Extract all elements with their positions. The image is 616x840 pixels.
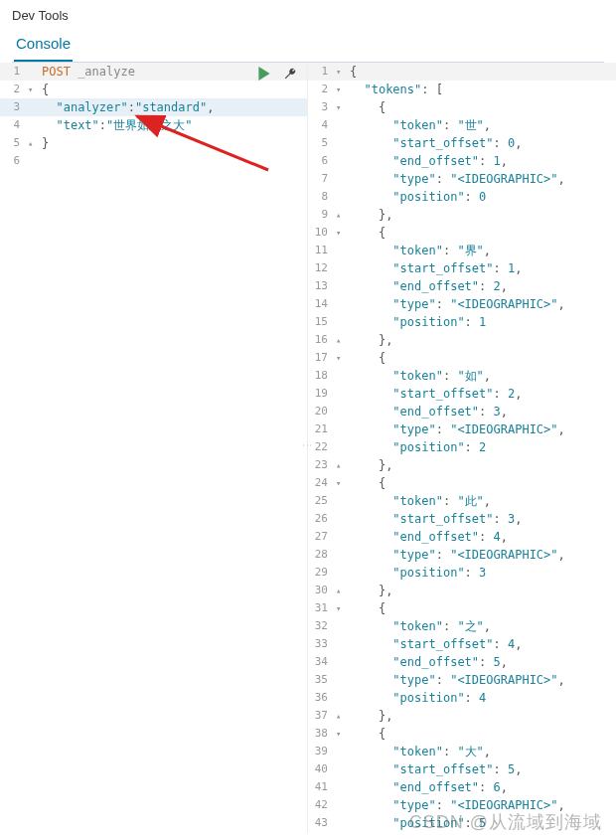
code-line[interactable]: 7 "type": "<IDEOGRAPHIC>", [308, 170, 616, 188]
line-number: 17 [308, 349, 336, 367]
code-line[interactable]: 44▴ } [308, 832, 616, 833]
fold-gutter-icon[interactable]: ▴ [336, 707, 348, 725]
code-line[interactable]: 16▴ }, [308, 331, 616, 349]
code-content: "start_offset": 4, [348, 635, 616, 653]
fold-gutter-icon[interactable]: ▾ [336, 98, 348, 116]
fold-gutter-icon [336, 313, 348, 331]
fold-gutter-icon [336, 134, 348, 152]
code-line[interactable]: 18 "token": "如", [308, 367, 616, 385]
code-line[interactable]: 4 "token": "世", [308, 116, 616, 134]
play-icon[interactable] [255, 65, 273, 83]
fold-gutter-icon[interactable]: ▾ [336, 63, 348, 81]
code-line[interactable]: 34 "end_offset": 5, [308, 653, 616, 671]
code-line[interactable]: 4 "text":"世界如此之大" [0, 116, 307, 134]
code-content: "end_offset": 5, [348, 653, 616, 671]
fold-gutter-icon[interactable]: ▾ [336, 725, 348, 743]
code-line[interactable]: 8 "position": 0 [308, 188, 616, 206]
request-panel[interactable]: 1POST _analyze2▾{3 "analyzer":"standard"… [0, 63, 308, 833]
code-line[interactable]: 39 "token": "大", [308, 743, 616, 760]
tab-console[interactable]: Console [14, 29, 73, 62]
fold-gutter-icon[interactable]: ▾ [336, 599, 348, 617]
code-line[interactable]: 40 "start_offset": 5, [308, 760, 616, 778]
fold-gutter-icon[interactable]: ▾ [28, 81, 40, 98]
fold-gutter-icon[interactable]: ▴ [336, 832, 348, 833]
line-number: 4 [0, 116, 28, 134]
fold-gutter-icon[interactable]: ▾ [336, 349, 348, 367]
line-number: 13 [308, 277, 336, 295]
code-line[interactable]: 28 "type": "<IDEOGRAPHIC>", [308, 546, 616, 564]
code-line[interactable]: 11 "token": "界", [308, 242, 616, 259]
code-line[interactable]: 23▴ }, [308, 456, 616, 474]
code-line[interactable]: 32 "token": "之", [308, 617, 616, 635]
code-line[interactable]: 5 "start_offset": 0, [308, 134, 616, 152]
wrench-icon[interactable] [281, 65, 299, 83]
fold-gutter-icon[interactable]: ▾ [336, 224, 348, 242]
code-line[interactable]: 14 "type": "<IDEOGRAPHIC>", [308, 295, 616, 313]
code-line[interactable]: 27 "end_offset": 4, [308, 528, 616, 546]
code-content: }, [348, 206, 616, 224]
code-line[interactable]: 42 "type": "<IDEOGRAPHIC>", [308, 796, 616, 814]
fold-gutter-icon[interactable]: ▴ [336, 206, 348, 224]
code-line[interactable]: 17▾ { [308, 349, 616, 367]
line-number: 34 [308, 653, 336, 671]
response-panel[interactable]: 1▾{2▾ "tokens": [3▾ {4 "token": "世",5 "s… [308, 63, 616, 833]
code-line[interactable]: 21 "type": "<IDEOGRAPHIC>", [308, 420, 616, 438]
code-line[interactable]: 6 "end_offset": 1, [308, 152, 616, 170]
code-content: "position": 2 [348, 438, 616, 456]
line-number: 5 [0, 134, 28, 152]
drag-handle-icon[interactable]: ⋮ [302, 440, 313, 449]
code-line[interactable]: 20 "end_offset": 3, [308, 403, 616, 420]
line-number: 32 [308, 617, 336, 635]
code-content: "position": 4 [348, 689, 616, 707]
code-line[interactable]: 43 "position": 5 [308, 814, 616, 832]
code-line[interactable]: 19 "start_offset": 2, [308, 385, 616, 403]
code-line[interactable]: 5▴} [0, 134, 307, 152]
code-line[interactable]: 10▾ { [308, 224, 616, 242]
code-line[interactable]: 1▾{ [308, 63, 616, 81]
fold-gutter-icon [336, 546, 348, 564]
code-line[interactable]: 37▴ }, [308, 707, 616, 725]
line-number: 6 [0, 152, 28, 170]
code-line[interactable]: 9▴ }, [308, 206, 616, 224]
fold-gutter-icon[interactable]: ▾ [336, 81, 348, 98]
code-line[interactable]: 25 "token": "此", [308, 492, 616, 510]
code-line[interactable]: 13 "end_offset": 2, [308, 277, 616, 295]
fold-gutter-icon[interactable]: ▾ [336, 474, 348, 492]
fold-gutter-icon[interactable]: ▴ [28, 134, 40, 152]
fold-gutter-icon[interactable]: ▴ [336, 456, 348, 474]
code-line[interactable]: 24▾ { [308, 474, 616, 492]
response-editor: 1▾{2▾ "tokens": [3▾ {4 "token": "世",5 "s… [308, 63, 616, 833]
code-content: }, [348, 582, 616, 599]
code-line[interactable]: 6 [0, 152, 307, 170]
fold-gutter-icon [336, 617, 348, 635]
code-line[interactable]: 15 "position": 1 [308, 313, 616, 331]
code-content: "token": "界", [348, 242, 616, 259]
fold-gutter-icon [28, 116, 40, 134]
code-content: "type": "<IDEOGRAPHIC>", [348, 170, 616, 188]
fold-gutter-icon[interactable]: ▴ [336, 331, 348, 349]
code-line[interactable]: 26 "start_offset": 3, [308, 510, 616, 528]
code-line[interactable]: 3 "analyzer":"standard", [0, 98, 307, 116]
code-line[interactable]: 29 "position": 3 [308, 564, 616, 582]
line-number: 31 [308, 599, 336, 617]
code-line[interactable]: 41 "end_offset": 6, [308, 778, 616, 796]
line-number: 8 [308, 188, 336, 206]
code-line[interactable]: 35 "type": "<IDEOGRAPHIC>", [308, 671, 616, 689]
code-line[interactable]: 12 "start_offset": 1, [308, 259, 616, 277]
code-line[interactable]: 30▴ }, [308, 582, 616, 599]
code-line[interactable]: 3▾ { [308, 98, 616, 116]
code-line[interactable]: 2▾ "tokens": [ [308, 81, 616, 98]
line-number: 1 [308, 63, 336, 81]
line-number: 10 [308, 224, 336, 242]
code-content: "end_offset": 2, [348, 277, 616, 295]
code-line[interactable]: 33 "start_offset": 4, [308, 635, 616, 653]
code-line[interactable]: 38▾ { [308, 725, 616, 743]
code-line[interactable]: 36 "position": 4 [308, 689, 616, 707]
line-number: 25 [308, 492, 336, 510]
code-line[interactable]: 31▾ { [308, 599, 616, 617]
code-line[interactable]: 22 "position": 2 [308, 438, 616, 456]
fold-gutter-icon[interactable]: ▴ [336, 582, 348, 599]
fold-gutter-icon [336, 152, 348, 170]
code-line[interactable]: 2▾{ [0, 81, 307, 98]
fold-gutter-icon [336, 564, 348, 582]
